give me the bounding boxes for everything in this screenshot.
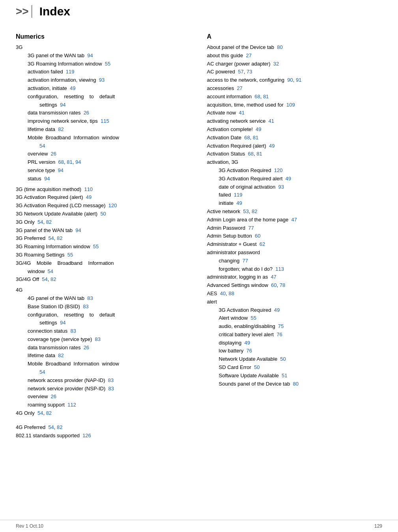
list-item: Software Update Available 51 [207, 372, 383, 380]
list-item: service type 94 [16, 167, 191, 175]
section-a-heading: A [207, 33, 383, 40]
list-item: 3G Activation Required 120 [207, 167, 383, 175]
list-item: Admin Password 77 [207, 224, 383, 232]
list-item: Admin Login area of the home page 47 [207, 216, 383, 224]
list-item: initiate 49 [207, 199, 383, 208]
right-column: A About panel of the Device tab 80 about… [207, 29, 383, 440]
list-item: critical battery level alert 76 [207, 331, 383, 339]
list-item: 3G Preferred 54, 82 [16, 234, 191, 243]
list-item: forgotten; what do I do? 113 [207, 265, 383, 273]
list-item: improving network service, tips 115 [16, 117, 191, 126]
list-item: lifetime data 82 [16, 126, 191, 134]
list-item: coverage type (service type) 83 [16, 335, 191, 344]
page-header: >> Index [16, 0, 382, 21]
list-item: 3G/4G Mobile Broadband Information [16, 259, 191, 268]
list-item: administrator password [207, 249, 383, 257]
left-column: Numerics 3G 3G panel of the WAN tab 94 3… [16, 29, 191, 440]
list-item: 3G Activation Required (LCD message) 120 [16, 202, 191, 210]
list-item: settings 94 [16, 319, 191, 327]
page-container: >> Index Numerics 3G 3G panel of the WAN… [0, 0, 398, 455]
list-item: 3G Activation Required (alert) 49 [16, 193, 191, 202]
list-item: 4G [16, 286, 191, 294]
list-item: Mobile Broadband Information window [16, 134, 191, 142]
footer-left: Rev 1 Oct.10 [16, 523, 43, 529]
list-item: about this guide 27 [207, 52, 383, 60]
list-item: activation, initiate 49 [16, 84, 191, 93]
list-item: Activation Status 68, 81 [207, 150, 383, 158]
list-item: audio, enabling/disabling 75 [207, 322, 383, 331]
list-item: Activation Date 68, 81 [207, 134, 383, 142]
list-item: 3G Activation Required 49 [207, 306, 383, 315]
list-item: Activate now 41 [207, 109, 383, 117]
list-item: PRL version 68, 81, 94 [16, 158, 191, 167]
list-item: 3G panel of the WAN tab 94 [16, 227, 191, 235]
list-item: settings 94 [16, 101, 191, 109]
list-item: Administrator + Guest 62 [207, 240, 383, 249]
list-item: activating network service 41 [207, 117, 383, 126]
list-item: network access provider (NAP-ID) 83 [16, 377, 191, 385]
footer-right: 129 [374, 523, 382, 529]
list-item: Network Update Available 50 [207, 355, 383, 363]
list-item: Active network 53, 82 [207, 208, 383, 216]
list-item: Mobile Broadband Information window [16, 360, 191, 368]
list-item: 3G Roaming Information window 55 [16, 60, 191, 68]
list-item: configuration, resetting to default [16, 311, 191, 319]
list-item: access to the network, configuring 90, 9… [207, 76, 383, 84]
list-item: failed 119 [207, 191, 383, 199]
list-item: 3G Only 54, 82 [16, 218, 191, 227]
list-item: Advanced Settings window 60, 78 [207, 281, 383, 290]
list-item: AES 40, 88 [207, 290, 383, 298]
list-item: AC powered 57, 73 [207, 68, 383, 76]
list-item: 3G/4G Off 54, 82 [16, 275, 191, 284]
list-item: administrator, logging in as 47 [207, 273, 383, 281]
list-item: date of original activation 93 [207, 183, 383, 191]
list-item: low battery 76 [207, 347, 383, 355]
list-item: alert [207, 298, 383, 306]
list-item: 3G panel of the WAN tab 94 [16, 52, 191, 60]
list-item: SD Card Error 50 [207, 363, 383, 372]
list-item: overview 26 [16, 393, 191, 401]
list-item: activation failed 119 [16, 68, 191, 76]
list-item: AC charger (power adapter) 32 [207, 60, 383, 68]
left-entries: 3G 3G panel of the WAN tab 94 3G Roaming… [16, 43, 191, 440]
list-item: Alert window 55 [207, 314, 383, 322]
list-item: lifetime data 82 [16, 352, 191, 360]
list-item: Activation complete! 49 [207, 126, 383, 134]
list-item: window 54 [16, 268, 191, 276]
list-item: displaying 49 [207, 339, 383, 347]
list-item: changing 77 [207, 257, 383, 265]
list-item: 54 [16, 368, 191, 377]
list-item: status 94 [16, 175, 191, 183]
content-area: Numerics 3G 3G panel of the WAN tab 94 3… [16, 29, 382, 440]
list-item: connection status 83 [16, 327, 191, 335]
list-item: 54 [16, 142, 191, 150]
list-item: acquisition, time, method used for 109 [207, 101, 383, 109]
list-item: 3G Roaming Settings 55 [16, 251, 191, 259]
list-item: data transmission rates 26 [16, 109, 191, 117]
list-item: Sounds panel of the Device tab 80 [207, 380, 383, 388]
list-item: network service provider (NSP-ID) 83 [16, 385, 191, 393]
double-arrow-icon: >> [16, 5, 29, 18]
section-numerics-heading: Numerics [16, 33, 191, 40]
list-item: accessories 27 [207, 84, 383, 93]
list-item: 3G [16, 43, 191, 52]
list-item: 3G Activation Required alert 49 [207, 175, 383, 183]
list-item: data transmission rates 26 [16, 344, 191, 352]
list-item: roaming support 112 [16, 401, 191, 409]
list-item: 3G (time acquisition method) 110 [16, 185, 191, 194]
list-item: activation information, viewing 93 [16, 76, 191, 84]
list-item: Base Station ID (BSID) 83 [16, 303, 191, 311]
page-title: Index [39, 5, 70, 18]
list-item: 3G Network Update Available (alert) 50 [16, 210, 191, 218]
list-item: Activation Required (alert) 49 [207, 142, 383, 150]
list-item: overview 26 [16, 150, 191, 158]
list-item: About panel of the Device tab 80 [207, 43, 383, 52]
list-item: Admin Setup button 60 [207, 232, 383, 240]
list-item: 3G Roaming Information window 55 [16, 243, 191, 251]
right-entries: About panel of the Device tab 80 about t… [207, 43, 383, 388]
list-item: 4G panel of the WAN tab 83 [16, 294, 191, 303]
list-item: activation, 3G [207, 158, 383, 167]
list-item: 802.11 standards supported 126 [16, 432, 191, 440]
list-item: account information 68, 81 [207, 93, 383, 101]
list-item: 4G Preferred 54, 82 [16, 423, 191, 432]
